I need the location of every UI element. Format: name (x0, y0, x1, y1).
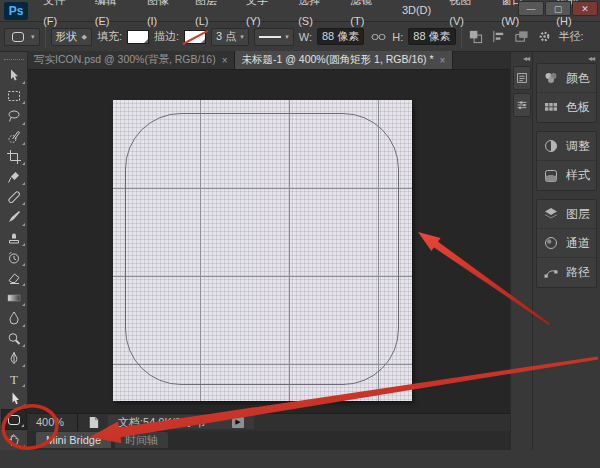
swatches-grid-icon (542, 99, 560, 117)
panel-group-adjust: 调整 样式 (536, 131, 597, 191)
channels-panel-button[interactable]: 通道 (537, 229, 596, 258)
clone-stamp-tool[interactable] (1, 228, 27, 248)
styles-icon (542, 167, 560, 185)
channels-icon (542, 234, 560, 252)
stroke-swatch[interactable] (184, 30, 206, 44)
menu-filter[interactable]: 滤镜(T) (341, 0, 393, 32)
color-panel-button[interactable]: 颜色 (537, 64, 596, 93)
chevron-down-icon: ▾ (285, 33, 289, 41)
eyedropper-tool[interactable] (1, 167, 27, 187)
width-label: W: (299, 31, 312, 43)
fill-swatch[interactable] (127, 30, 149, 44)
rounded-rectangle-path[interactable] (125, 113, 399, 385)
lasso-tool[interactable] (1, 106, 27, 126)
paths-panel-button[interactable]: 路径 (537, 258, 596, 287)
photoshop-logo: Ps (4, 2, 28, 20)
brush-tool[interactable] (1, 207, 27, 227)
document-tab-1[interactable]: 写实ICON.psd @ 300%(背景, RGB/16) × (28, 51, 235, 69)
hand-tool[interactable] (1, 430, 27, 450)
type-tool[interactable]: T (1, 369, 27, 389)
document-tab-2[interactable]: 未标题-1 @ 400%(圆角矩形 1, RGB/16) * × (235, 51, 453, 69)
tab-title: 写实ICON.psd @ 300%(背景, RGB/16) (34, 53, 216, 67)
tab-title: 未标题-1 @ 400%(圆角矩形 1, RGB/16) * (241, 53, 433, 67)
toolbox: T (0, 52, 28, 450)
minimize-button[interactable]: — (518, 1, 544, 16)
document-size-text: 文档:54.0K/0 字节 (118, 415, 206, 430)
canvas-viewport[interactable] (28, 70, 510, 413)
menu-type[interactable]: 文字(Y) (237, 0, 289, 32)
healing-brush-tool[interactable] (1, 187, 27, 207)
menu-edit[interactable]: 编辑(E) (86, 0, 138, 32)
document-tab-bar: 写实ICON.psd @ 300%(背景, RGB/16) × 未标题-1 @ … (28, 52, 510, 70)
chevron-down-icon: ▾ (31, 33, 35, 41)
history-panel-button[interactable] (513, 66, 531, 90)
status-flyout-icon[interactable]: ▶ (232, 417, 244, 428)
gradient-tool[interactable] (1, 288, 27, 308)
menu-bar: Ps 文件(F) 编辑(E) 图像(I) 图层(L) 文字(Y) 选择(S) 滤… (0, 0, 600, 22)
dodge-tool[interactable] (1, 329, 27, 349)
layers-panel-button[interactable]: 图层 (537, 200, 596, 229)
panel-label: 样式 (566, 167, 590, 184)
toolbox-grip[interactable] (4, 59, 24, 62)
solid-line-icon (259, 36, 281, 38)
pen-tool[interactable] (1, 349, 27, 369)
history-brush-tool[interactable] (1, 248, 27, 268)
panel-group-layers: 图层 通道 路径 (536, 199, 597, 288)
close-button[interactable]: ✕ (572, 1, 598, 16)
panel-label: 路径 (566, 264, 590, 281)
path-selection-tool[interactable] (1, 389, 27, 409)
document-area: 写实ICON.psd @ 300%(背景, RGB/16) × 未标题-1 @ … (28, 52, 510, 450)
menu-file[interactable]: 文件(F) (34, 0, 86, 32)
panel-label: 色板 (566, 99, 590, 116)
quick-selection-tool[interactable] (1, 127, 27, 147)
maximize-button[interactable]: ▢ (545, 1, 571, 16)
chevron-down-icon: ▾ (240, 33, 244, 41)
menu-3d[interactable]: 3D(D) (393, 0, 440, 21)
swatch-corner-icon (144, 39, 148, 43)
marquee-tool[interactable] (1, 86, 27, 106)
adjustments-panel-button[interactable]: 调整 (537, 132, 596, 161)
chevron-updown-icon: ◆ (82, 33, 87, 41)
styles-panel-button[interactable]: 样式 (537, 161, 596, 190)
crop-tool[interactable] (1, 147, 27, 167)
svg-text:T: T (10, 372, 18, 387)
panel-label: 颜色 (566, 70, 590, 87)
paths-icon (542, 264, 560, 282)
tab-close-icon[interactable]: × (439, 55, 447, 66)
mini-bridge-tab[interactable]: Mini Bridge (36, 432, 111, 448)
panel-dock: ◂◂ 颜色 色板 调整 样式 图层 (532, 52, 600, 450)
menu-select[interactable]: 选择(S) (289, 0, 341, 32)
collapsed-dock-strip: ◂◂ (510, 52, 532, 450)
properties-panel-button[interactable] (513, 93, 531, 117)
expand-panels-icon[interactable]: ◂◂ (511, 54, 532, 63)
rounded-rectangle-preset-icon (9, 28, 27, 46)
layers-icon (542, 205, 560, 223)
window-controls: — ▢ ✕ (518, 1, 598, 16)
menu-layer[interactable]: 图层(L) (186, 0, 237, 32)
zoom-level-field[interactable]: 400% (36, 414, 78, 431)
expand-panels-icon[interactable]: ◂◂ (536, 54, 597, 63)
panel-label: 图层 (566, 206, 590, 223)
bottom-panel-tabs: Mini Bridge 时间轴 (28, 431, 510, 450)
tab-close-icon[interactable]: × (221, 55, 229, 66)
panel-group-color: 颜色 色板 (536, 63, 597, 123)
document-info: 文档:54.0K/0 字节 ▶ (108, 415, 254, 429)
document-canvas[interactable] (113, 100, 412, 401)
document-status-icon[interactable] (84, 413, 102, 431)
menu-view[interactable]: 视图(V) (440, 0, 492, 32)
eraser-tool[interactable] (1, 268, 27, 288)
rounded-rectangle-tool[interactable] (1, 409, 27, 429)
swatch-corner-icon (201, 39, 205, 43)
height-label: H: (392, 31, 403, 43)
timeline-tab[interactable]: 时间轴 (115, 432, 168, 448)
panel-label: 调整 (566, 138, 590, 155)
move-tool[interactable] (1, 66, 27, 86)
status-bar: 400% 文档:54.0K/0 字节 ▶ (28, 413, 510, 431)
menu-image[interactable]: 图像(I) (138, 0, 186, 32)
swatches-panel-button[interactable]: 色板 (537, 93, 596, 122)
adjustments-icon (542, 137, 560, 155)
blur-tool[interactable] (1, 308, 27, 328)
panel-label: 通道 (566, 235, 590, 252)
workspace: T 写实ICON.psd @ 300%(背景, RGB/16) × 未标题-1 … (0, 52, 600, 450)
color-wheel-icon (542, 69, 560, 87)
